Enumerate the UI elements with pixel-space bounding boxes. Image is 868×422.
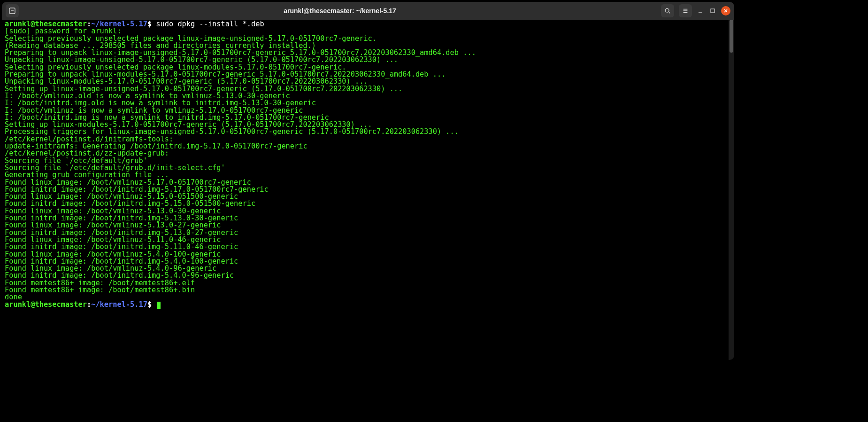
scrollbar[interactable] <box>729 20 734 360</box>
new-tab-icon <box>8 7 16 15</box>
terminal-body[interactable]: arunkl@thesecmaster:~/kernel-5.17$ sudo … <box>2 20 734 360</box>
search-icon <box>664 8 671 14</box>
window-titlebar: arunkl@thesecmaster: ~/kernel-5.17 <box>2 2 734 20</box>
minimize-icon <box>698 8 703 14</box>
hamburger-icon <box>682 8 689 14</box>
svg-line-3 <box>669 12 670 14</box>
maximize-button[interactable] <box>709 7 716 15</box>
svg-point-2 <box>665 8 669 12</box>
window-controls-group <box>661 4 730 17</box>
maximize-icon <box>710 8 715 14</box>
window-title: arunkl@thesecmaster: ~/kernel-5.17 <box>19 7 661 15</box>
cursor <box>157 302 161 309</box>
terminal-output: arunkl@thesecmaster:~/kernel-5.17$ sudo … <box>5 21 731 309</box>
minimize-button[interactable] <box>697 7 704 15</box>
menu-button[interactable] <box>679 4 692 17</box>
close-icon <box>723 8 728 13</box>
terminal-window: arunkl@thesecmaster: ~/kernel-5.17 <box>2 2 734 360</box>
svg-rect-8 <box>711 9 714 13</box>
search-button[interactable] <box>661 4 674 17</box>
page-backdrop: arunkl@thesecmaster: ~/kernel-5.17 <box>0 0 868 422</box>
close-button[interactable] <box>721 6 730 16</box>
scrollbar-thumb[interactable] <box>730 20 733 53</box>
new-tab-button[interactable] <box>6 4 19 17</box>
